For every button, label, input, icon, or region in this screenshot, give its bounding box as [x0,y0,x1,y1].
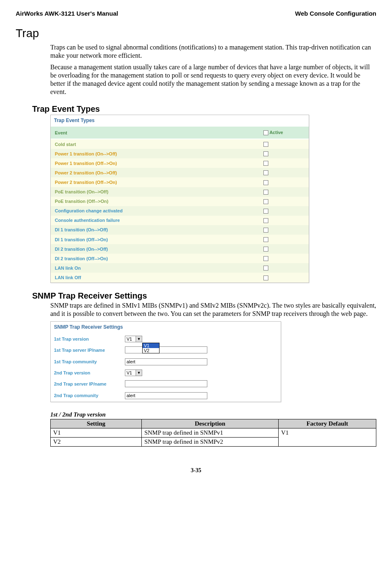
checkbox-event-active[interactable] [263,190,268,195]
event-row: Cold start [51,139,309,149]
chevron-down-icon: ▼ [136,370,142,376]
event-active-cell [259,139,309,149]
event-label: Cold start [51,139,259,149]
page-header: AirWorks AWK-3121 User's Manual Web Cons… [16,10,376,17]
th-setting: Setting [51,419,142,428]
label-1st-trap-community: 1st Trap community [52,357,122,367]
event-active-cell [259,177,309,187]
event-label: DI 1 transition (Off-->On) [51,235,259,244]
panel-title-snmp: SNMP Trap Receiver Settings [51,322,281,333]
checkbox-event-active[interactable] [263,161,268,166]
event-label: Power 2 transition (Off-->On) [51,177,259,187]
th-description: Description [142,419,279,428]
header-right: Web Console Configuration [295,10,376,17]
event-row: Power 2 transition (Off-->On) [51,177,309,187]
cell-desc-v2: SNMP trap defined in SNMPv2 [142,437,279,446]
event-label: Power 1 transition (On-->Off) [51,149,259,158]
label-1st-trap-server: 1st Trap server IP/name [52,345,122,356]
input-1st-trap-server[interactable] [125,346,207,353]
checkbox-event-active[interactable] [263,180,268,185]
checkbox-event-active[interactable] [263,237,268,242]
page-number: 3-35 [16,467,376,474]
event-active-cell [259,197,309,206]
event-active-cell [259,187,309,197]
event-label: PoE transition (On-->Off) [51,187,259,197]
label-2nd-trap-server: 2nd Trap server IP/name [52,379,122,390]
event-label: DI 2 transition (Off-->On) [51,254,259,263]
select-2nd-trap-version[interactable]: V1 ▼ [125,370,142,376]
header-left: AirWorks AWK-3121 User's Manual [16,10,118,17]
event-label: Power 2 transition (On-->Off) [51,168,259,177]
event-row: Power 1 transition (Off-->On) [51,158,309,168]
event-label: Console authentication failure [51,216,259,225]
cell-setting-v1: V1 [51,428,142,437]
event-active-cell [259,273,309,282]
label-2nd-trap-community: 2nd Trap community [52,391,122,401]
dropdown-1st-trap-version[interactable]: V1 V2 [142,343,160,353]
checkbox-event-active[interactable] [263,228,268,233]
label-2nd-trap-version: 2nd Trap version [52,368,122,378]
event-row: PoE transition (Off-->On) [51,197,309,206]
checkbox-event-active[interactable] [263,256,268,261]
checkbox-event-active[interactable] [263,151,268,156]
select-2nd-trap-version-value: V1 [127,370,132,375]
event-label: PoE transition (Off-->On) [51,197,259,206]
event-row: DI 1 transition (On-->Off) [51,225,309,235]
event-label: LAN link Off [51,273,259,282]
th-factory-default: Factory Default [278,419,376,428]
checkbox-event-active[interactable] [263,218,268,223]
event-active-cell [259,168,309,177]
panel-title-trap-event-types: Trap Event Types [51,115,309,127]
event-label: Power 1 transition (Off-->On) [51,158,259,168]
panel-snmp-settings: SNMP Trap Receiver Settings 1st Trap ver… [50,321,281,402]
caption-trap-version: 1st / 2nd Trap version [50,411,376,418]
col-event: Event [51,127,259,139]
panel-trap-event-types: Trap Event Types Event Active Cold start… [50,115,309,283]
checkbox-event-active[interactable] [263,199,268,204]
event-label: Configuration change activated [51,206,259,216]
checkbox-active-all[interactable] [263,130,268,135]
checkbox-event-active[interactable] [263,247,268,252]
input-1st-trap-community[interactable]: alert [125,358,207,365]
table-trap-version-settings: Setting Description Factory Default V1 S… [50,419,376,447]
event-row: DI 2 transition (Off-->On) [51,254,309,263]
checkbox-event-active[interactable] [263,142,268,147]
checkbox-event-active[interactable] [263,275,268,280]
cell-factory-default: V1 [278,428,376,446]
event-active-cell [259,244,309,254]
event-row: LAN link On [51,263,309,273]
checkbox-event-active[interactable] [263,209,268,214]
section-title-trap: Trap [16,27,376,40]
dropdown-option-v1[interactable]: V1 [143,343,159,348]
event-row: DI 2 transition (On-->Off) [51,244,309,254]
snmp-paragraph: SNMP traps are defined in SMIv1 MIBs (SN… [50,301,376,318]
col-active: Active [259,127,309,139]
chevron-down-icon: ▼ [136,336,142,342]
event-active-cell [259,206,309,216]
select-1st-trap-version-value: V1 [127,337,132,341]
event-row: Power 2 transition (On-->Off) [51,168,309,177]
event-active-cell [259,225,309,235]
heading-snmp-trap-receiver: SNMP Trap Receiver Settings [32,291,376,301]
cell-setting-v2: V2 [51,437,142,446]
col-active-label: Active [270,130,283,135]
checkbox-event-active[interactable] [263,170,268,175]
event-label: DI 2 transition (On-->Off) [51,244,259,254]
event-row: Configuration change activated [51,206,309,216]
dropdown-option-v2[interactable]: V2 [143,348,159,353]
event-row: Console authentication failure [51,216,309,225]
event-active-cell [259,158,309,168]
event-row: DI 1 transition (Off-->On) [51,235,309,244]
input-2nd-trap-server[interactable] [125,380,207,387]
table-trap-events: Event Active Cold startPower 1 transitio… [51,127,309,282]
event-row: PoE transition (On-->Off) [51,187,309,197]
heading-trap-event-types: Trap Event Types [32,104,376,114]
checkbox-event-active[interactable] [263,266,268,271]
select-1st-trap-version[interactable]: V1 ▼ [125,336,142,342]
event-label: LAN link On [51,263,259,273]
label-1st-trap-version: 1st Trap version [52,334,122,344]
event-row: Power 1 transition (On-->Off) [51,149,309,158]
event-active-cell [259,254,309,263]
event-active-cell [259,235,309,244]
input-2nd-trap-community[interactable]: alert [125,392,207,399]
